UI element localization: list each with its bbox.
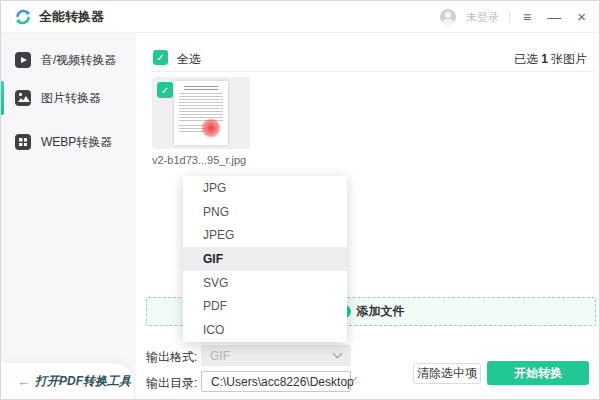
format-dropdown-menu: JPG PNG JPEG GIF SVG PDF ICO	[183, 176, 347, 342]
open-pdf-tool-label: 打开PDF转换工具	[35, 373, 131, 390]
avatar-head	[445, 12, 451, 18]
sidebar-item-webp-converter[interactable]: WEBP转换器	[1, 123, 136, 161]
output-format-label: 输出格式:	[146, 349, 197, 366]
clear-selected-button[interactable]: 清除选中项	[413, 363, 481, 384]
output-format-value: GIF	[201, 349, 334, 363]
titlebar: 全能转换器 未登录 ≡ — ×	[1, 1, 599, 33]
app-logo-icon	[13, 7, 33, 27]
sidebar-item-label: 音/视频转换器	[41, 52, 116, 69]
titlebar-controls: 未登录 ≡ — ×	[440, 1, 589, 33]
selected-count-number: 1	[541, 52, 548, 66]
user-avatar[interactable]	[440, 9, 456, 25]
start-convert-button[interactable]: 开始转换	[487, 361, 589, 385]
minimize-icon[interactable]: —	[544, 1, 564, 33]
webp-converter-icon	[15, 134, 31, 150]
dropdown-option-jpg[interactable]: JPG	[183, 176, 347, 200]
dropdown-option-gif[interactable]: GIF	[183, 247, 347, 271]
login-status[interactable]: 未登录	[466, 10, 499, 25]
titlebar-divider	[509, 11, 510, 24]
active-accent-bar	[1, 81, 4, 115]
close-icon[interactable]: ×	[574, 1, 589, 33]
sidebar-item-label: 图片转换器	[41, 90, 101, 107]
header-divider	[151, 71, 593, 72]
dropdown-option-pdf[interactable]: PDF	[183, 295, 347, 319]
dropdown-option-svg[interactable]: SVG	[183, 271, 347, 295]
dropdown-option-ico[interactable]: ICO	[183, 318, 347, 342]
output-dir-select[interactable]: C:\Users\acc8226\Desktop	[201, 371, 351, 392]
sidebar-item-audio-video-converter[interactable]: 音/视频转换器	[1, 41, 136, 79]
sidebar-item-label: WEBP转换器	[41, 134, 112, 151]
avatar-body	[442, 19, 454, 25]
thumbnail-checkbox[interactable]: ✓	[157, 82, 173, 98]
selected-count: 已选1张图片	[514, 51, 587, 68]
output-dir-value: C:\Users\acc8226\Desktop	[202, 375, 354, 389]
check-icon: ✓	[156, 52, 164, 63]
sidebar: 音/视频转换器 图片转换器 WEBP转换器	[1, 33, 136, 400]
select-all-label: 全选	[177, 51, 201, 68]
doc-title-lines	[184, 86, 218, 91]
app-title: 全能转换器	[39, 1, 104, 32]
sidebar-item-image-converter[interactable]: 图片转换器	[1, 79, 136, 117]
dropdown-option-png[interactable]: PNG	[183, 200, 347, 224]
output-dir-label: 输出目录:	[146, 375, 197, 392]
red-stamp	[201, 118, 221, 138]
check-icon: ✓	[161, 85, 169, 96]
back-arrow-icon: ←	[17, 374, 30, 389]
select-all-checkbox[interactable]: ✓	[153, 50, 168, 65]
dropdown-option-jpeg[interactable]: JPEG	[183, 223, 347, 247]
file-name: v2-b1d73...95_r.jpg	[152, 154, 272, 166]
video-converter-icon	[15, 52, 31, 68]
output-format-select[interactable]: GIF	[201, 345, 351, 366]
add-file-label: 添加文件	[357, 303, 405, 320]
chevron-down-icon	[333, 349, 343, 359]
menu-icon[interactable]: ≡	[520, 1, 534, 33]
document-preview	[174, 81, 228, 145]
open-pdf-tool-button[interactable]: ← 打开PDF转换工具	[1, 363, 133, 399]
image-converter-icon	[15, 90, 31, 106]
app-window: 全能转换器 未登录 ≡ — × 音/视频转换器 图片转换器 WEBP转换器	[0, 0, 600, 400]
doc-body-lines	[179, 93, 223, 123]
